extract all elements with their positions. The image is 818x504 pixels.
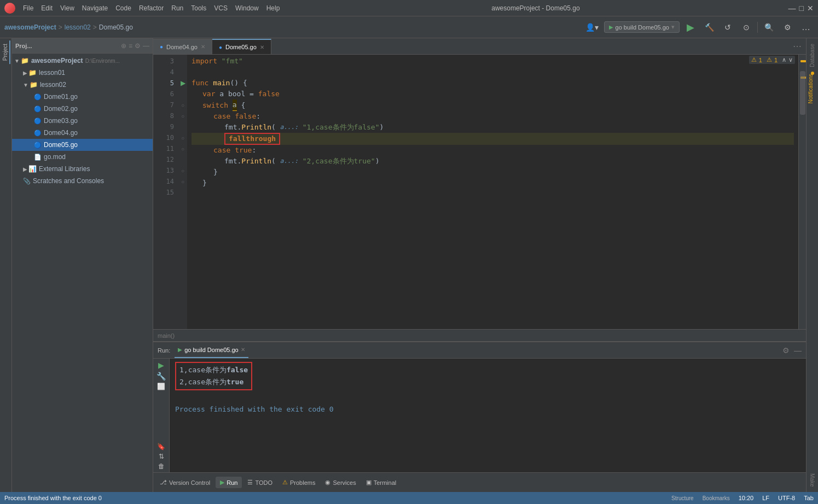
run-settings-btn[interactable]: ⚙ (782, 346, 790, 355)
run-active-tab[interactable]: ▶ go build Dome05.go ✕ (175, 342, 248, 358)
user-icon-btn[interactable]: 👤▾ (583, 22, 601, 33)
status-line-sep[interactable]: LF (762, 495, 769, 501)
run-play-btn[interactable]: ▶ (158, 361, 164, 370)
menu-vcs[interactable]: VCS (211, 3, 231, 13)
status-encoding[interactable]: UTF-8 (778, 495, 795, 501)
menu-refactor[interactable]: Refactor (136, 3, 167, 13)
breadcrumb-project[interactable]: awesomeProject (4, 24, 56, 31)
reload-btn[interactable]: ↺ (720, 20, 735, 35)
menu-file[interactable]: File (20, 3, 37, 13)
tab-dome04-close[interactable]: ✕ (201, 44, 205, 50)
run-config-selector[interactable]: ▶ go build Dome05.go ▾ (604, 21, 680, 33)
warning-up-btn[interactable]: ∧ (782, 56, 786, 63)
menu-window[interactable]: Window (232, 3, 262, 13)
build-btn[interactable]: 🔨 (701, 20, 717, 35)
tree-lesson02[interactable]: ▼ 📁 lesson02 (12, 79, 153, 91)
menu-tools[interactable]: Tools (188, 3, 210, 13)
bottom-tab-problems[interactable]: ⚠ Problems (278, 477, 320, 488)
tree-dome02[interactable]: 🔵 Dome02.go (12, 103, 153, 115)
breadcrumb: awesomeProject > lesson02 > Dome05.go (4, 24, 133, 31)
run-delete-btn[interactable]: 🗑 (158, 462, 165, 470)
code-line-11: case true: (192, 145, 794, 156)
code-editor[interactable]: 3 4 5 6 7 8 9 10 11 12 13 14 15 (153, 55, 806, 329)
notifications-btn[interactable]: Notifications (807, 71, 815, 107)
coverage-btn[interactable]: ⊙ (739, 20, 754, 35)
app-logo (4, 3, 15, 14)
tree-scratches[interactable]: 📎 Scratches and Consoles (12, 175, 153, 187)
win-maximize-btn[interactable]: □ (799, 4, 804, 13)
settings-btn[interactable]: ⚙ (780, 20, 795, 35)
bottom-tab-run[interactable]: ▶ Run (216, 477, 242, 488)
search-everywhere-btn[interactable]: 🔍 (761, 20, 776, 35)
code-line-3: import "fmt" (192, 56, 794, 67)
run-wrench-btn[interactable]: 🔧 (156, 372, 166, 380)
bookmark-icon[interactable]: 🔖 (157, 443, 165, 450)
fold-gutter: ▶ ○ ○ ○ ○ ○ ○ (178, 55, 187, 329)
make-panel-btn[interactable]: Make (808, 470, 816, 490)
bottom-tab-todo[interactable]: ☰ TODO (243, 477, 277, 488)
run-stop-btn[interactable]: ⬜ (157, 383, 165, 390)
breadcrumb-sep1: > (59, 24, 62, 31)
output-line-1: 1,case条件为false (179, 364, 248, 376)
project-panel-title: Proj... (15, 43, 119, 49)
menu-help[interactable]: Help (263, 3, 283, 13)
bottom-tab-terminal[interactable]: ▣ Terminal (362, 477, 401, 488)
warning-down-btn[interactable]: ∨ (788, 56, 793, 63)
collapse-all-btn[interactable]: ≡ (129, 42, 132, 50)
tab-dome04[interactable]: ● Dome04.go ✕ (153, 39, 212, 54)
tree-root[interactable]: ▼ 📁 awesomeProject D:\Environm... (12, 55, 153, 67)
status-indent[interactable]: Tab (804, 495, 814, 501)
tree-dome01[interactable]: 🔵 Dome01.go (12, 91, 153, 103)
run-tab-close[interactable]: ✕ (241, 347, 245, 353)
bottom-tab-services[interactable]: ◉ Services (321, 477, 360, 488)
win-close-btn[interactable]: ✕ (807, 4, 814, 13)
tree-lesson01[interactable]: ▶ 📁 lesson01 (12, 67, 153, 79)
database-panel-btn[interactable]: Database (808, 40, 816, 71)
tree-options-btn[interactable]: ⚙ (135, 42, 141, 50)
menu-view[interactable]: View (57, 3, 78, 13)
breadcrumb-lesson[interactable]: lesson02 (65, 24, 91, 31)
project-label[interactable]: Project (1, 40, 10, 64)
editor-tabs-more[interactable]: ⋯ (788, 41, 806, 51)
run-panel-header: Run: ▶ go build Dome05.go ✕ ⚙ — (153, 342, 806, 359)
editor-tabs: ● Dome04.go ✕ ● Dome05.go ✕ ⋯ (153, 38, 806, 55)
status-time[interactable]: 10:20 (739, 495, 754, 501)
tab-dome05-close[interactable]: ✕ (260, 44, 264, 50)
tree-dome04[interactable]: 🔵 Dome04.go (12, 127, 153, 139)
bottom-toolbar: ⎇ Version Control ▶ Run ☰ TODO ⚠ Problem… (153, 472, 806, 492)
tree-gomod[interactable]: 📄 go.mod (12, 151, 153, 163)
warning-count[interactable]: ⚠1 ⚠1 ∧ ∨ (749, 56, 795, 64)
right-panel-strip: Database Notifications Make (806, 38, 818, 492)
menu-navigate[interactable]: Navigate (79, 3, 111, 13)
code-line-4 (192, 67, 794, 78)
project-tree: ▼ 📁 awesomeProject D:\Environm... ▶ 📁 le… (12, 54, 153, 492)
window-controls: — □ ✕ (788, 4, 814, 13)
run-sort-btn[interactable]: ⇅ (159, 453, 164, 460)
code-content[interactable]: import "fmt" func main() { var a bool = … (187, 55, 798, 329)
tree-dome05[interactable]: 🔵 Dome05.go (12, 139, 153, 151)
tab-dome05[interactable]: ● Dome05.go ✕ (212, 39, 271, 54)
breadcrumb-file[interactable]: Dome05.go (99, 24, 133, 31)
status-bookmarks[interactable]: Bookmarks (703, 495, 730, 501)
bottom-tab-vcs[interactable]: ⎇ Version Control (155, 477, 214, 488)
line-numbers: 3 4 5 6 7 8 9 10 11 12 13 14 15 (153, 55, 178, 329)
status-bar: Process finished with the exit code 0 St… (0, 492, 818, 504)
locate-btn[interactable]: ⊕ (121, 42, 126, 50)
code-line-10: fallthrough (192, 133, 794, 145)
tree-external-libs[interactable]: ▶ 📊 External Libraries (12, 163, 153, 175)
close-panel-btn[interactable]: — (143, 42, 149, 50)
status-structure[interactable]: Structure (671, 495, 694, 501)
code-line-5: func main() { (192, 78, 794, 89)
more-btn[interactable]: … (798, 20, 814, 35)
run-btn[interactable]: ▶ (683, 20, 698, 35)
win-minimize-btn[interactable]: — (788, 4, 796, 13)
breadcrumb-sep2: > (93, 24, 97, 31)
run-minimize-btn[interactable]: — (794, 346, 802, 355)
code-line-13: } (192, 167, 794, 178)
code-line-12: fmt.Println( a...: "2,case条件为true") (192, 156, 794, 167)
tree-dome03[interactable]: 🔵 Dome03.go (12, 115, 153, 127)
menu-edit[interactable]: Edit (38, 3, 56, 13)
toolbar: awesomeProject > lesson02 > Dome05.go 👤▾… (0, 16, 818, 38)
menu-run[interactable]: Run (168, 3, 187, 13)
menu-code[interactable]: Code (112, 3, 135, 13)
